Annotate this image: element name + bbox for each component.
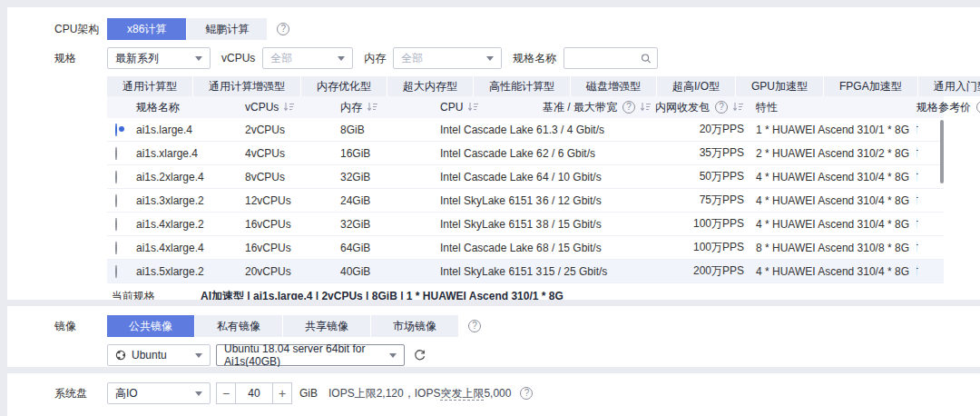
sort-icon[interactable]: [283, 102, 295, 113]
table-row[interactable]: ai1s.4xlarge.2 16vCPUs 32GiB Intel SkyLa…: [107, 213, 944, 236]
tab-general-computing-plus[interactable]: 通用计算增强型: [193, 76, 301, 96]
spec-name-label: 规格名称: [513, 51, 556, 66]
plus-button[interactable]: +: [272, 382, 292, 404]
table-row[interactable]: ai1s.large.4 2vCPUs 8GiB Intel Cascade L…: [107, 118, 944, 142]
bandwidth-help-icon[interactable]: ?: [622, 101, 635, 114]
col-pps: 内网收发包 ?: [652, 100, 744, 115]
disk-label: 系统盘: [54, 386, 107, 401]
tab-general-computing[interactable]: 通用计算型: [107, 76, 193, 96]
col-price: 规格参考价 ?: [916, 100, 980, 115]
tab-gpu-accelerated[interactable]: GPU加速型: [736, 76, 824, 96]
flavor-type-tabs: 通用计算型 通用计算增强型 内存优化型 超大内存型 高性能计算型 磁盘增强型 超…: [107, 76, 980, 96]
table-row[interactable]: ai1s.5xlarge.2 20vCPUs 40GiB Intel SkyLa…: [107, 260, 944, 283]
table-row[interactable]: ai1s.3xlarge.2 12vCPUs 24GiB Intel SkyLa…: [107, 189, 944, 213]
iops-burst-tooltip-link[interactable]: 突发上限: [440, 387, 484, 401]
spec-name-search-input[interactable]: [570, 52, 641, 64]
chevron-down-icon: [338, 56, 345, 61]
disk-help-icon[interactable]: ?: [520, 387, 533, 400]
image-version-select[interactable]: Ubuntu 18.04 server 64bit for Ai1s(40GB): [216, 344, 405, 366]
col-bandwidth: 基准 / 最大带宽 ?: [543, 100, 652, 115]
minus-button[interactable]: −: [216, 382, 236, 404]
image-section: 镜像 公共镜像 私有镜像 共享镜像 市场镜像 ? Ubuntu Ubuntu: [7, 306, 980, 367]
system-disk-section: 系统盘 高IO − + GiB IOPS上限2,120，IOPS突发上限5,00…: [7, 373, 980, 416]
current-spec-row: 当前规格 AI加速型 | ai1s.large.4 | 2vCPUs | 8Gi…: [112, 288, 980, 300]
disk-row: 系统盘 高IO − + GiB IOPS上限2,120，IOPS突发上限5,00…: [7, 382, 980, 404]
disk-type-select[interactable]: 高IO: [107, 382, 211, 404]
chevron-down-icon: [389, 353, 397, 358]
tab-memory-optimized[interactable]: 内存优化型: [301, 76, 387, 96]
image-label: 镜像: [54, 319, 107, 334]
flavor-section: CPU架构 x86计算 鲲鹏计算 ? 规格 最新系列 vCPUs 全部 内存 全…: [7, 7, 980, 300]
spec-name-searchbox: [564, 47, 658, 69]
sort-icon[interactable]: [467, 102, 479, 113]
cpu-arch-kunpeng-button[interactable]: 鲲鹏计算: [187, 18, 268, 40]
table-row[interactable]: ai1s.2xlarge.4 8vCPUs 32GiB Intel Cascad…: [107, 165, 944, 189]
vcpus-filter-select[interactable]: 全部: [262, 47, 353, 69]
row-radio[interactable]: [115, 124, 117, 136]
table-row[interactable]: ai1s.4xlarge.4 16vCPUs 64GiB Intel Casca…: [107, 236, 944, 260]
cpu-arch-row: CPU架构 x86计算 鲲鹏计算 ?: [7, 18, 980, 40]
tab-disk-intensive[interactable]: 磁盘增强型: [571, 76, 657, 96]
tab-fpga-accelerated[interactable]: FPGA加速型: [824, 76, 918, 96]
memory-filter-label: 内存: [364, 51, 386, 66]
tab-ultra-high-io[interactable]: 超高I/O型: [657, 76, 736, 96]
search-icon[interactable]: [641, 53, 652, 64]
disk-type-value: 高IO: [115, 386, 138, 401]
row-radio[interactable]: [115, 218, 117, 231]
col-name: 规格名称: [136, 100, 245, 115]
table-scrollbar-thumb[interactable]: [940, 120, 944, 183]
row-radio[interactable]: [115, 147, 117, 160]
sort-icon[interactable]: [732, 102, 744, 113]
cpu-arch-options: x86计算 鲲鹏计算: [107, 18, 268, 40]
cpu-arch-x86-button[interactable]: x86计算: [107, 18, 187, 40]
vcpus-filter-label: vCPUs: [221, 52, 255, 64]
price-help-icon[interactable]: ?: [976, 101, 980, 114]
tab-hpc[interactable]: 高性能计算型: [474, 76, 571, 96]
col-memory: 内存: [340, 100, 440, 115]
image-selects-row: Ubuntu Ubuntu 18.04 server 64bit for Ai1…: [7, 344, 980, 366]
chevron-down-icon: [195, 56, 202, 61]
tab-shared-image[interactable]: 共享镜像: [283, 315, 371, 337]
ubuntu-logo-icon: [115, 350, 126, 361]
pps-help-icon[interactable]: ?: [715, 101, 728, 114]
row-radio[interactable]: [115, 194, 117, 207]
row-radio[interactable]: [115, 171, 117, 183]
cpu-arch-help-icon[interactable]: ?: [277, 23, 289, 35]
vcpus-filter-value: 全部: [270, 51, 292, 66]
table-row[interactable]: ai1s.xlarge.4 4vCPUs 16GiB Intel Cascade…: [107, 142, 944, 165]
refresh-icon[interactable]: [414, 349, 426, 362]
memory-filter-select[interactable]: 全部: [393, 47, 502, 69]
image-version-value: Ubuntu 18.04 server 64bit for Ai1s(40GB): [224, 342, 382, 367]
chevron-down-icon: [195, 353, 202, 358]
memory-filter-value: 全部: [401, 51, 423, 66]
tab-marketplace-image[interactable]: 市场镜像: [371, 315, 459, 337]
disk-size-stepper: − +: [216, 382, 292, 404]
chevron-down-icon: [195, 391, 202, 396]
tab-private-image[interactable]: 私有镜像: [195, 315, 283, 337]
sort-icon[interactable]: [367, 102, 378, 113]
flavor-table-body: ai1s.large.4 2vCPUs 8GiB Intel Cascade L…: [107, 118, 944, 283]
image-tabs-row: 镜像 公共镜像 私有镜像 共享镜像 市场镜像 ?: [7, 315, 980, 337]
disk-size-input[interactable]: [236, 382, 272, 404]
current-spec-label: 当前规格: [112, 289, 201, 301]
os-select[interactable]: Ubuntu: [107, 344, 211, 366]
spec-series-select[interactable]: 最新系列: [107, 47, 211, 69]
disk-unit-label: GiB: [299, 387, 318, 400]
tab-public-image[interactable]: 公共镜像: [107, 315, 195, 337]
flavor-table-header: 规格名称 vCPUs 内存 CPU 基准 / 最大带宽 ? 内网收发包 ? 特性…: [107, 96, 944, 118]
spec-filter-row: 规格 最新系列 vCPUs 全部 内存 全部 规格名称: [7, 47, 980, 69]
spec-series-value: 最新系列: [115, 51, 159, 66]
sort-icon[interactable]: [640, 102, 652, 113]
tab-large-memory[interactable]: 超大内存型: [387, 76, 474, 96]
row-radio[interactable]: [115, 265, 117, 278]
col-feature: 特性: [744, 100, 916, 115]
tab-general-entry[interactable]: 通用入门型: [918, 76, 980, 96]
row-radio[interactable]: [115, 242, 117, 254]
os-select-value: Ubuntu: [132, 349, 167, 362]
image-tabs: 公共镜像 私有镜像 共享镜像 市场镜像: [107, 315, 459, 337]
col-vcpus: vCPUs: [245, 101, 340, 114]
image-help-icon[interactable]: ?: [468, 320, 481, 332]
flavor-table: 规格名称 vCPUs 内存 CPU 基准 / 最大带宽 ? 内网收发包 ? 特性…: [107, 96, 944, 283]
current-spec-value: AI加速型 | ai1s.large.4 | 2vCPUs | 8GiB | 1…: [201, 289, 564, 301]
spec-label: 规格: [54, 51, 107, 66]
